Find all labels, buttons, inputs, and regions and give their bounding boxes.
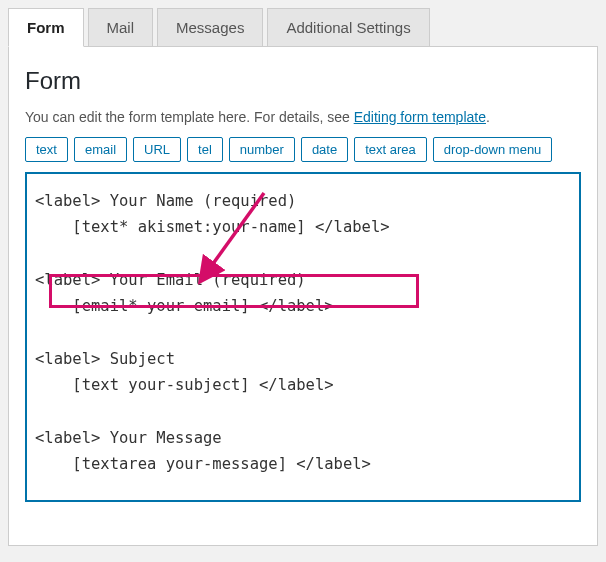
form-template-textarea[interactable] (25, 172, 581, 502)
editing-template-link[interactable]: Editing form template (354, 109, 486, 125)
tab-messages[interactable]: Messages (157, 8, 263, 47)
desc-text: You can edit the form template here. For… (25, 109, 354, 125)
tab-content-form: Form You can edit the form template here… (8, 46, 598, 546)
tag-text-button[interactable]: text (25, 137, 68, 162)
tab-bar: Form Mail Messages Additional Settings (8, 8, 598, 47)
section-description: You can edit the form template here. For… (25, 109, 581, 125)
tag-dropdown-button[interactable]: drop-down menu (433, 137, 553, 162)
tag-date-button[interactable]: date (301, 137, 348, 162)
desc-suffix: . (486, 109, 490, 125)
tab-mail[interactable]: Mail (88, 8, 154, 47)
tab-additional-settings[interactable]: Additional Settings (267, 8, 429, 47)
tag-url-button[interactable]: URL (133, 137, 181, 162)
tag-number-button[interactable]: number (229, 137, 295, 162)
section-title: Form (25, 67, 581, 95)
form-panel: Form Mail Messages Additional Settings F… (8, 8, 598, 546)
tab-form[interactable]: Form (8, 8, 84, 47)
tag-generator-buttons: text email URL tel number date text area… (25, 137, 581, 162)
tag-tel-button[interactable]: tel (187, 137, 223, 162)
tag-email-button[interactable]: email (74, 137, 127, 162)
tag-textarea-button[interactable]: text area (354, 137, 427, 162)
